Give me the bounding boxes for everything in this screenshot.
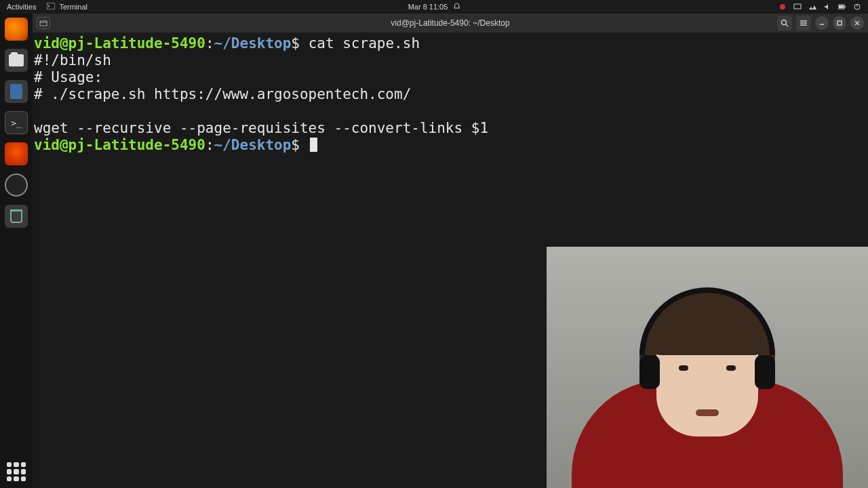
maximize-button[interactable] — [833, 16, 846, 30]
svg-rect-5 — [839, 5, 844, 8]
prompt-user-2: vid@pj-Latitude-5490 — [34, 137, 205, 153]
output-line-1: #!/bin/sh — [34, 52, 111, 68]
tray-screen-icon[interactable] — [793, 3, 802, 11]
svg-point-1 — [780, 4, 785, 9]
svg-rect-4 — [844, 6, 846, 7]
dock-files[interactable] — [5, 49, 28, 72]
dock-brave[interactable] — [5, 142, 28, 165]
top-bar: Activities Terminal Mar 8 11:05 — [0, 0, 868, 14]
activities-button[interactable]: Activities — [7, 3, 36, 11]
cursor — [310, 138, 317, 152]
svg-point-10 — [782, 20, 787, 25]
power-icon[interactable] — [853, 3, 861, 11]
prompt-dir: Desktop — [231, 35, 292, 52]
dock-terminal[interactable]: >_ — [5, 111, 28, 134]
prompt-user: vid@pj-Latitude-5490 — [34, 35, 205, 52]
prompt-dir-2: Desktop — [231, 137, 292, 153]
volume-icon[interactable] — [823, 3, 831, 11]
dock-libreoffice-writer[interactable] — [5, 80, 28, 103]
webcam-overlay — [547, 247, 868, 488]
prompt-symbol: $ — [291, 35, 300, 52]
prompt-slash-2: / — [222, 137, 231, 153]
clock[interactable]: Mar 8 11:05 — [408, 3, 448, 11]
dock-trash[interactable] — [5, 205, 28, 228]
new-tab-button[interactable] — [37, 17, 50, 29]
dock: >_ — [0, 14, 33, 488]
terminal-icon — [47, 3, 55, 11]
command-1: cat scrape.sh — [300, 35, 420, 52]
prompt-sep: : — [205, 35, 214, 52]
dock-firefox[interactable] — [5, 18, 28, 41]
active-app[interactable]: Terminal — [47, 3, 87, 11]
tray-record-icon[interactable] — [778, 3, 787, 11]
output-line-2: # Usage: — [34, 69, 102, 85]
notification-icon[interactable] — [453, 3, 460, 11]
close-button[interactable] — [850, 16, 864, 30]
window-title: vid@pj-Latitude-5490: ~/Desktop — [391, 18, 509, 28]
output-line-3: # ./scrape.sh https://www.argosopentech.… — [34, 86, 411, 102]
prompt-slash: / — [222, 35, 231, 52]
prompt-sep-2: : — [205, 137, 214, 153]
minimize-button[interactable] — [815, 16, 829, 30]
prompt-tilde-2: ~ — [214, 137, 223, 153]
search-button[interactable] — [777, 16, 792, 30]
output-line-5: wget --recursive --page-requisites --con… — [34, 120, 488, 136]
prompt-symbol-2: $ — [291, 137, 300, 153]
svg-rect-2 — [794, 4, 801, 9]
hamburger-menu-button[interactable] — [796, 16, 811, 30]
svg-rect-0 — [47, 3, 55, 9]
network-icon[interactable] — [808, 3, 816, 11]
prompt-tilde: ~ — [214, 35, 223, 52]
svg-line-11 — [786, 24, 788, 26]
show-applications-button[interactable] — [7, 462, 26, 481]
dock-obs[interactable] — [5, 174, 28, 197]
svg-rect-8 — [40, 21, 47, 26]
active-app-label: Terminal — [59, 3, 87, 11]
battery-icon[interactable] — [838, 3, 846, 11]
window-titlebar: vid@pj-Latitude-5490: ~/Desktop — [33, 14, 868, 33]
svg-rect-16 — [837, 21, 842, 25]
